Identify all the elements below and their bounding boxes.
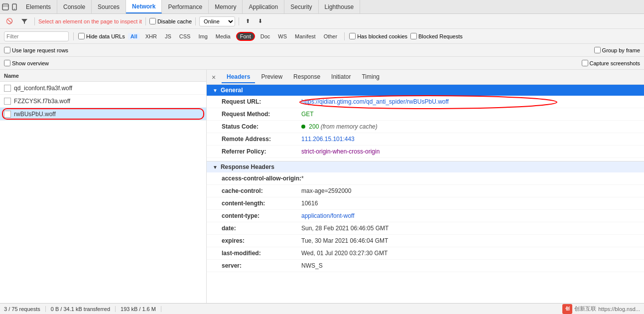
tab-network[interactable]: Network xyxy=(126,0,162,13)
tab-lighthouse[interactable]: Lighthouse xyxy=(319,0,361,13)
filter-xhr-button[interactable]: XHR xyxy=(143,33,159,40)
filter-divider-2 xyxy=(344,32,345,40)
file-name-3: rwBUsPbU.woff xyxy=(14,111,56,118)
tab-response[interactable]: Response xyxy=(288,71,325,83)
remote-address-key: Remote Address: xyxy=(222,135,301,144)
file-name-1: qd_iconfont.f9a3f.woff xyxy=(14,85,72,92)
filter-divider-1 xyxy=(73,32,74,40)
clear-log-button[interactable]: 🚫 xyxy=(3,17,16,25)
close-details-button[interactable]: × xyxy=(210,73,218,81)
tab-timing[interactable]: Timing xyxy=(357,71,385,83)
request-method-row: Request Method: GET xyxy=(207,108,644,121)
tab-elements[interactable]: Elements xyxy=(20,0,57,13)
top-tab-bar: Elements Console Sources Network Perform… xyxy=(0,0,644,14)
tab-initiator[interactable]: Initiator xyxy=(326,71,356,83)
cache-control-row: cache-control: max-age=2592000 xyxy=(207,185,644,197)
filter-ws-button[interactable]: WS xyxy=(275,33,289,40)
devtools-icon xyxy=(2,3,9,10)
file-icon-1 xyxy=(4,85,11,92)
filter-row: Hide data URLs All XHR JS CSS Img Media … xyxy=(0,29,644,44)
filter-img-button[interactable]: Img xyxy=(196,33,210,40)
throttle-select[interactable]: Online Fast 3G Slow 3G Offline xyxy=(199,16,235,26)
show-overview-label[interactable]: Show overview xyxy=(4,60,49,66)
tab-performance[interactable]: Performance xyxy=(162,0,209,13)
response-headers-section-header[interactable]: ▼ Response Headers xyxy=(207,161,644,172)
main-content: Name qd_iconfont.f9a3f.woff FZZCYSK.f7b3… xyxy=(0,70,644,313)
filter-font-button[interactable]: Font xyxy=(236,32,255,41)
tab-application[interactable]: Application xyxy=(243,0,284,13)
hide-data-urls-label[interactable]: Hide data URLs xyxy=(78,33,125,39)
remote-address-value: 111.206.15.101:443 xyxy=(301,135,355,144)
mobile-icon[interactable] xyxy=(11,3,18,10)
file-item-3[interactable]: rwBUsPbU.woff xyxy=(0,108,206,121)
response-headers-section-title: Response Headers xyxy=(221,163,274,170)
blocked-requests-text: Blocked Requests xyxy=(418,33,463,39)
last-modified-value: Wed, 01 Jul 2020 03:27:30 GMT xyxy=(301,249,387,258)
file-name-2: FZZCYSK.f7b3a.woff xyxy=(14,98,70,105)
options-row-1: Use large request rows Group by frame xyxy=(0,44,644,57)
large-rows-label[interactable]: Use large request rows xyxy=(4,47,68,53)
details-tabs: × Headers Preview Response Initiator Tim… xyxy=(207,70,644,85)
status-code-number: 200 xyxy=(309,123,319,130)
general-section-header[interactable]: ▼ General xyxy=(207,85,644,96)
filter-js-button[interactable]: JS xyxy=(162,33,174,40)
blocked-requests-label[interactable]: Blocked Requests xyxy=(410,33,463,39)
group-by-frame-label[interactable]: Group by frame xyxy=(594,47,640,53)
request-url-value[interactable]: https://qidian.gtimg.com/qd_anti_spider/… xyxy=(301,98,449,105)
large-rows-checkbox[interactable] xyxy=(4,47,10,53)
download-icon: ⬇ xyxy=(258,18,262,24)
tab-console[interactable]: Console xyxy=(57,0,92,13)
filter-all-button[interactable]: All xyxy=(128,33,140,40)
file-item-1[interactable]: qd_iconfont.f9a3f.woff xyxy=(0,82,206,95)
date-row: date: Sun, 28 Feb 2021 06:46:05 GMT xyxy=(207,222,644,235)
blocked-requests-checkbox[interactable] xyxy=(410,33,417,39)
capture-screenshots-label[interactable]: Capture screenshots xyxy=(582,60,641,66)
watermark-url: https://blog.nsd... xyxy=(598,306,640,312)
toolbar-divider-3 xyxy=(195,17,196,25)
content-length-row: content-length: 10616 xyxy=(207,197,644,210)
watermark: 创 创新互联 https://blog.nsd... xyxy=(562,304,640,314)
filter-media-button[interactable]: Media xyxy=(213,33,233,40)
hide-data-urls-checkbox[interactable] xyxy=(78,33,85,39)
toolbar-divider-2 xyxy=(145,17,146,25)
server-key: server: xyxy=(222,261,301,270)
disable-cache-label[interactable]: Disable cache xyxy=(149,18,192,24)
last-modified-row: last-modified: Wed, 01 Jul 2020 03:27:30… xyxy=(207,247,644,260)
group-by-frame-text: Group by frame xyxy=(602,47,640,53)
cache-control-value: max-age=2592000 xyxy=(301,186,351,195)
status-code-memo: (from memory cache) xyxy=(321,123,378,130)
resources-size: 193 kB / 1.6 M xyxy=(116,306,161,312)
has-blocked-cookies-checkbox[interactable] xyxy=(349,33,356,39)
group-by-frame-checkbox[interactable] xyxy=(594,47,601,53)
file-item-2[interactable]: FZZCYSK.f7b3a.woff xyxy=(0,95,206,108)
disable-cache-checkbox[interactable] xyxy=(149,18,156,24)
request-method-key: Request Method: xyxy=(222,110,301,119)
capture-screenshots-checkbox[interactable] xyxy=(582,60,588,66)
import-har-button[interactable]: ⬆ xyxy=(243,17,253,25)
tab-preview[interactable]: Preview xyxy=(256,71,287,83)
search-input[interactable] xyxy=(4,31,69,41)
show-overview-checkbox[interactable] xyxy=(4,60,10,66)
filter-css-button[interactable]: CSS xyxy=(177,33,193,40)
remote-address-row: Remote Address: 111.206.15.101:443 xyxy=(207,133,644,146)
export-har-button[interactable]: ⬇ xyxy=(255,17,265,25)
tab-sources[interactable]: Sources xyxy=(92,0,126,13)
filter-other-button[interactable]: Other xyxy=(321,33,340,40)
watermark-text: 创新互联 xyxy=(574,305,596,313)
content-type-key: content-type: xyxy=(222,211,301,220)
has-blocked-cookies-label[interactable]: Has blocked cookies xyxy=(349,33,407,39)
filter-icon xyxy=(21,18,28,25)
capture-screenshots-text: Capture screenshots xyxy=(590,60,641,66)
date-value: Sun, 28 Feb 2021 06:46:05 GMT xyxy=(301,224,388,233)
filter-manifest-button[interactable]: Manifest xyxy=(292,33,318,40)
tab-headers[interactable]: Headers xyxy=(222,71,255,83)
tab-security[interactable]: Security xyxy=(284,0,318,13)
content-length-key: content-length: xyxy=(222,199,301,208)
filter-button[interactable] xyxy=(18,17,31,26)
content-length-value: 10616 xyxy=(301,199,318,208)
last-modified-key: last-modified: xyxy=(222,249,301,258)
access-control-value: * xyxy=(301,174,304,183)
tab-memory[interactable]: Memory xyxy=(209,0,243,13)
filter-doc-button[interactable]: Doc xyxy=(258,33,273,40)
select-element-text: Select an element on the page to inspect… xyxy=(38,18,142,24)
